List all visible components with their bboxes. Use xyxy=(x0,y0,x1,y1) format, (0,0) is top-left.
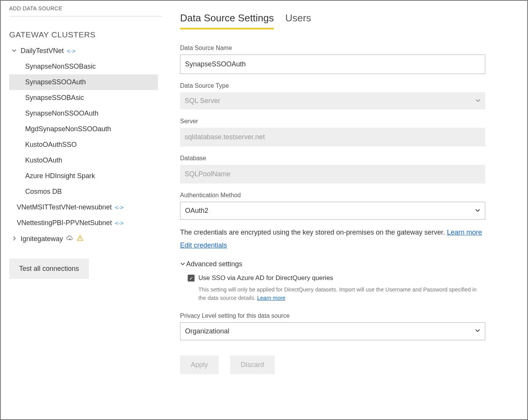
sso-checkbox-row[interactable]: ✓ Use SSO via Azure AD for DirectQuery q… xyxy=(188,274,485,282)
auth-method-select[interactable]: OAuth2 xyxy=(180,202,485,220)
database-value: SQLPoolName xyxy=(180,165,485,183)
data-source-item[interactable]: MgdSynapseNonSSOOauth xyxy=(9,121,158,137)
cluster-label: Ignitegateway xyxy=(21,235,63,243)
gateway-cluster-ignite[interactable]: Ignitegateway xyxy=(9,231,158,247)
data-source-item[interactable]: SynapseNonSSOBasic xyxy=(9,59,158,74)
privacy-level-value: Organizational xyxy=(185,327,229,335)
cluster-label: VNettestingPBI-PPVNetSubnet xyxy=(17,219,112,227)
auth-method-value: OAuth2 xyxy=(185,207,208,215)
chevron-down-icon xyxy=(475,98,481,105)
data-source-name-input[interactable] xyxy=(180,55,485,74)
edit-credentials-link[interactable]: Edit credentials xyxy=(180,241,227,249)
privacy-level-select[interactable]: Organizational xyxy=(180,322,485,340)
cloud-icon xyxy=(66,235,74,243)
tabs: Data Source Settings Users xyxy=(180,12,527,29)
cluster-label: VNetMSITTestVNet-newsubnet xyxy=(17,203,112,211)
gateway-cluster-dailytestvnet[interactable]: DailyTestVNet <··> xyxy=(9,43,158,59)
database-label: Database xyxy=(180,155,485,162)
add-data-source-header[interactable]: ADD DATA SOURCE xyxy=(9,4,162,16)
gateway-cluster-vnetmsit[interactable]: VNetMSITTestVNet-newsubnet <··> xyxy=(9,200,158,215)
vnet-icon: <··> xyxy=(115,204,123,211)
data-source-item[interactable]: SynapseNonSSOOAuth xyxy=(9,106,158,121)
chevron-down-icon xyxy=(475,208,480,214)
test-all-connections-button[interactable]: Test all connections xyxy=(9,259,89,279)
data-source-type-label: Data Source Type xyxy=(180,82,485,89)
credentials-note: The credentials are encrypted using the … xyxy=(180,227,485,238)
tab-data-source-settings[interactable]: Data Source Settings xyxy=(180,12,274,29)
svg-point-1 xyxy=(80,239,80,240)
learn-more-link[interactable]: Learn more xyxy=(447,229,482,236)
gateway-cluster-vnettesting[interactable]: VNettestingPBI-PPVNetSubnet <··> xyxy=(9,215,158,231)
server-label: Server xyxy=(180,118,485,125)
advanced-settings-toggle[interactable]: Advanced settings xyxy=(180,260,485,268)
gateway-clusters-label: GATEWAY CLUSTERS xyxy=(9,30,158,39)
discard-button[interactable]: Discard xyxy=(230,356,275,374)
form-actions: Apply Discard xyxy=(180,356,485,374)
cluster-label: DailyTestVNet xyxy=(21,47,64,55)
chevron-down-icon xyxy=(180,260,185,268)
chevron-right-icon xyxy=(11,236,18,243)
data-source-type-value: SQL Server xyxy=(185,97,220,105)
chevron-down-icon xyxy=(11,48,18,55)
server-value: sqldatabase.testserver.net xyxy=(180,128,485,146)
data-source-item[interactable]: Azure HDInsight Spark xyxy=(9,168,158,184)
data-source-item[interactable]: SynapseSSOBAsic xyxy=(9,90,158,106)
main-panel: Data Source Settings Users Data Source N… xyxy=(169,1,527,419)
tab-users[interactable]: Users xyxy=(285,12,311,29)
data-source-name-label: Data Source Name xyxy=(180,45,485,51)
data-source-item[interactable]: KustoOAuthSSO xyxy=(9,137,158,153)
sso-helper-text: This setting will only be applied for Di… xyxy=(188,286,478,303)
sso-checkbox-label: Use SSO via Azure AD for DirectQuery que… xyxy=(198,274,333,282)
privacy-level-label: Privacy Level setting for this data sour… xyxy=(180,312,485,319)
warning-icon xyxy=(77,235,84,243)
data-source-item[interactable]: Cosmos DB xyxy=(9,184,158,200)
auth-method-label: Authentication Method xyxy=(180,192,485,199)
learn-more-link[interactable]: Learn more xyxy=(257,295,285,301)
vnet-icon: <··> xyxy=(115,220,123,226)
apply-button[interactable]: Apply xyxy=(180,356,219,374)
advanced-settings-content: ✓ Use SSO via Azure AD for DirectQuery q… xyxy=(180,274,485,303)
chevron-down-icon xyxy=(475,328,480,335)
sidebar: ADD DATA SOURCE GATEWAY CLUSTERS DailyTe… xyxy=(1,1,169,419)
data-source-item-selected[interactable]: SynapseSSOOAuth xyxy=(9,74,158,90)
data-source-type-select: SQL Server xyxy=(180,92,485,109)
data-source-item[interactable]: KustoOAuth xyxy=(9,153,158,168)
checkbox-checked-icon[interactable]: ✓ xyxy=(188,275,195,282)
data-source-form: Data Source Name Data Source Type SQL Se… xyxy=(180,45,485,374)
vnet-icon: <··> xyxy=(67,48,75,54)
